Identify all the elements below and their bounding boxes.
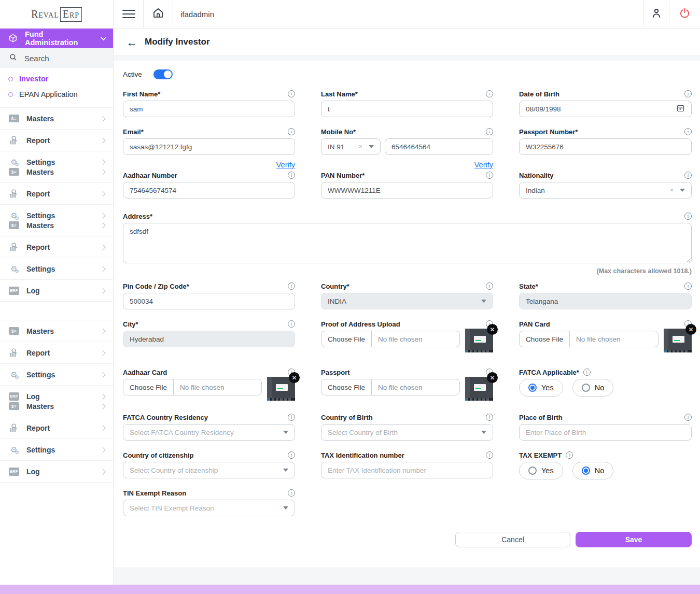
cancel-button[interactable]: Cancel — [455, 532, 570, 547]
last-name-input[interactable] — [321, 101, 493, 117]
sidebar-item-masters[interactable]: $≡Masters — [0, 114, 113, 123]
remove-file-icon[interactable]: ✕ — [487, 324, 498, 335]
sidebar-item-settings[interactable]: ⚙⚙Settings — [0, 157, 113, 167]
aadhaar-number-input[interactable] — [123, 182, 295, 199]
sidebar-item-log[interactable]: ERPLog — [0, 466, 113, 476]
profile-button[interactable] — [643, 0, 669, 28]
module-selector[interactable]: Fund Administration — [0, 29, 113, 48]
info-icon[interactable]: i — [486, 414, 493, 421]
calendar-icon[interactable] — [676, 104, 685, 114]
mobile-country-select[interactable]: IN 91 × — [321, 138, 381, 155]
info-icon[interactable]: i — [684, 128, 692, 135]
sidebar-item-report[interactable]: Report — [0, 348, 113, 358]
info-icon[interactable]: i — [288, 172, 295, 179]
sidebar-item-label: Report — [26, 349, 50, 357]
info-icon[interactable]: i — [566, 451, 573, 459]
sidebar-item-masters[interactable]: $≡Masters — [0, 401, 113, 411]
info-icon[interactable]: i — [486, 90, 493, 97]
info-icon[interactable]: i — [288, 451, 295, 459]
back-arrow-icon[interactable]: ← — [127, 37, 137, 48]
info-icon[interactable]: i — [486, 128, 493, 135]
info-icon[interactable]: i — [288, 489, 295, 497]
dob-input[interactable]: 08/09/1998 — [519, 101, 692, 117]
aadhaar-card-thumbnail[interactable]: ✕ — [267, 377, 295, 401]
sidebar-item-report[interactable]: Report — [0, 242, 113, 252]
place-of-birth-input[interactable] — [519, 424, 692, 441]
fatca-no-radio[interactable]: No — [572, 379, 614, 397]
clear-icon[interactable]: × — [359, 143, 369, 150]
passport-number-input[interactable] — [519, 138, 692, 155]
verify-email-link[interactable]: Verify — [276, 161, 295, 169]
info-icon[interactable]: i — [684, 90, 692, 97]
choose-file-button[interactable]: Choose File — [321, 331, 372, 347]
fatca-applicable-label: FATCA Applicable* — [519, 369, 579, 376]
pin-code-input[interactable] — [123, 293, 295, 309]
info-icon[interactable]: i — [288, 128, 295, 135]
tax-exempt-yes-radio[interactable]: Yes — [519, 462, 563, 479]
email-input[interactable] — [123, 138, 295, 155]
info-icon[interactable]: i — [583, 369, 591, 376]
info-icon[interactable]: i — [288, 320, 295, 328]
info-icon[interactable]: i — [684, 414, 692, 421]
info-icon[interactable]: i — [486, 451, 493, 459]
address-textarea[interactable]: sdfsdf — [123, 223, 692, 263]
pan-card-file-input[interactable]: Choose File No file chosen — [519, 331, 659, 347]
sidebar-item-masters[interactable]: $≡Masters — [0, 326, 113, 336]
fatca-yes-radio[interactable]: Yes — [519, 379, 563, 397]
sidebar-item-report[interactable]: Report — [0, 423, 113, 433]
passport-thumbnail[interactable]: ✕ — [465, 377, 493, 401]
info-icon[interactable]: i — [684, 172, 692, 179]
sidebar-item-report[interactable]: Report — [0, 135, 113, 145]
fatca-country-select[interactable]: Select FATCA Country Residency — [123, 424, 295, 441]
save-button[interactable]: Save — [576, 532, 692, 547]
aadhaar-card-file-input[interactable]: Choose File No file chosen — [123, 379, 262, 395]
info-icon[interactable]: i — [486, 282, 493, 290]
sidebar-item-log[interactable]: ERPLog — [0, 391, 113, 401]
info-icon[interactable]: i — [288, 282, 295, 290]
tin-exempt-reason-select[interactable]: Select TIN Exempt Reason — [123, 500, 295, 516]
active-toggle[interactable] — [153, 69, 173, 79]
sidebar-item-investor[interactable]: Investor — [0, 71, 113, 87]
info-icon[interactable]: i — [288, 90, 295, 97]
info-icon[interactable]: i — [684, 282, 692, 290]
sidebar-item-settings[interactable]: ⚙⚙Settings — [0, 445, 113, 455]
sidebar-item-settings[interactable]: ⚙⚙Settings — [0, 264, 113, 274]
sidebar-item-settings[interactable]: ⚙⚙Settings — [0, 210, 113, 220]
choose-file-button[interactable]: Choose File — [321, 379, 372, 395]
logout-button[interactable] — [669, 0, 700, 28]
menu-toggle-button[interactable] — [114, 0, 144, 28]
info-icon[interactable]: i — [684, 213, 692, 220]
tax-exempt-no-radio[interactable]: No — [572, 462, 614, 479]
proof-of-address-file-input[interactable]: Choose File No file chosen — [321, 331, 460, 347]
power-icon — [679, 7, 691, 21]
sidebar-item-epan-application[interactable]: EPAN Application — [0, 87, 113, 102]
proof-of-address-thumbnail[interactable]: ✕ — [465, 329, 493, 352]
clear-icon[interactable]: × — [670, 187, 680, 194]
citizenship-select[interactable]: Select Country of citizenship — [123, 462, 295, 478]
mobile-number-input[interactable] — [385, 138, 493, 155]
sidebar-item-masters[interactable]: $≡Masters — [0, 220, 113, 230]
sidebar-item-masters[interactable]: $≡Masters — [0, 167, 113, 177]
sidebar-item-settings[interactable]: ⚙⚙Settings — [0, 370, 113, 379]
info-icon[interactable]: i — [486, 172, 493, 179]
tax-id-input[interactable] — [321, 462, 493, 478]
choose-file-button[interactable]: Choose File — [123, 379, 174, 395]
choose-file-button[interactable]: Choose File — [520, 331, 570, 347]
chevron-right-icon — [100, 403, 105, 409]
first-name-input[interactable] — [123, 101, 295, 117]
home-button[interactable] — [144, 0, 173, 28]
pan-card-thumbnail[interactable]: ✕ — [664, 329, 692, 352]
country-of-birth-select[interactable]: Select Country of Birth — [321, 424, 493, 441]
info-icon[interactable]: i — [288, 414, 295, 421]
remove-file-icon[interactable]: ✕ — [487, 372, 498, 383]
pan-number-input[interactable] — [321, 182, 493, 199]
verify-mobile-link[interactable]: Verify — [474, 161, 493, 169]
remove-file-icon[interactable]: ✕ — [685, 324, 696, 335]
search-input[interactable] — [24, 54, 97, 63]
sidebar-item-log[interactable]: ERPLog — [0, 286, 113, 295]
sidebar-item-report[interactable]: Report — [0, 189, 113, 199]
bullet-icon — [8, 77, 13, 81]
nationality-select[interactable]: Indian × — [519, 182, 692, 199]
passport-file-input[interactable]: Choose File No file chosen — [321, 379, 460, 395]
remove-file-icon[interactable]: ✕ — [289, 372, 300, 383]
